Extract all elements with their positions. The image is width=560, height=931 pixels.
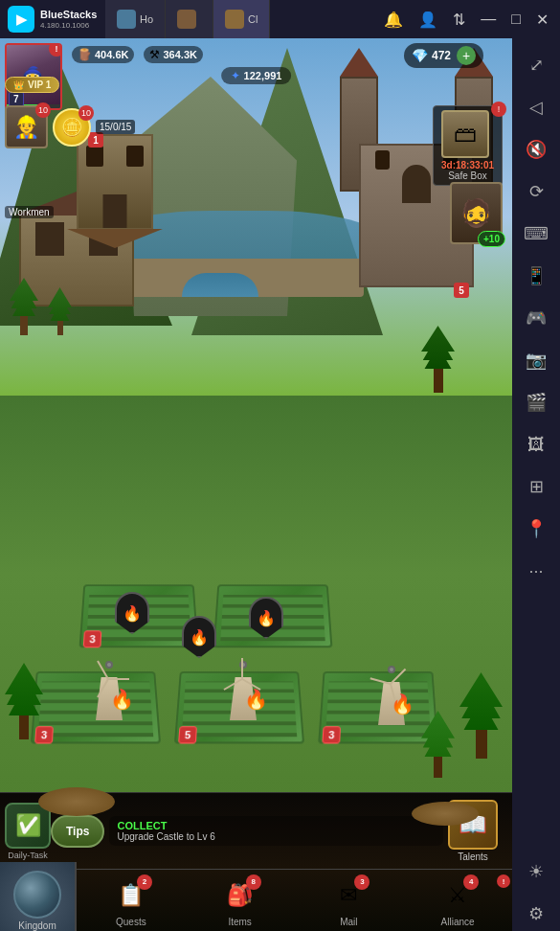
bs-tab-home[interactable]: Ho — [105, 0, 166, 38]
tree-bottom-right — [459, 672, 503, 759]
safe-notification-badge: ! — [491, 102, 506, 117]
farm-area: 3 5 3 3 — [19, 548, 479, 816]
wood-resource[interactable]: 🪵 404.6K — [72, 46, 134, 63]
tree-bottom-right2 — [421, 711, 455, 778]
nav-alliance[interactable]: ⚔ 4 Alliance — [403, 870, 512, 932]
video-icon[interactable]: 🎬 — [519, 385, 553, 420]
tree-1 — [10, 278, 38, 335]
tree-2 — [48, 287, 72, 335]
field-badge-3: 3 — [322, 726, 341, 743]
bridge-arch — [182, 273, 258, 297]
building-center[interactable] — [67, 134, 163, 249]
mute-icon[interactable]: 🔇 — [519, 132, 553, 167]
multi-icon[interactable]: ⊞ — [519, 469, 553, 504]
gems-counter[interactable]: 💎 472 + — [404, 43, 483, 68]
safe-box[interactable]: 🗃 3d:18:33:01 Safe Box ! — [433, 105, 503, 186]
char-plus-badge: +10 — [478, 231, 505, 247]
dirt-1 — [38, 787, 115, 816]
items-icon-wrap: 🎒 8 — [219, 874, 261, 917]
map-marker-2[interactable]: 🔥 — [249, 597, 283, 639]
settings-icon[interactable]: ⚙ — [519, 897, 553, 931]
collect-section[interactable]: COLLECT Upgrade Castle to Lv 6 — [109, 816, 443, 846]
nav-items[interactable]: 🎒 8 Items — [186, 870, 295, 932]
quests-icon-wrap: 📋 2 — [110, 874, 152, 917]
game-area: 3 5 3 3 — [0, 38, 512, 931]
resource-bar: 🪵 404.6K ⚒ 364.3K — [72, 46, 203, 63]
kingdom-globe — [13, 871, 61, 919]
vip-badge[interactable]: 👑 VIP 1 — [5, 77, 59, 93]
crown-icon: 👑 — [13, 80, 24, 90]
workman-avatar[interactable]: 👷 10 — [5, 105, 48, 148]
wood-icon: 🪵 — [78, 48, 92, 61]
nav-mail[interactable]: ✉ 3 Mail — [295, 870, 404, 932]
location-icon[interactable]: 📍 — [519, 511, 553, 546]
bs-tab-game1[interactable] — [166, 0, 213, 38]
fire-1: 🔥 — [110, 688, 134, 711]
avatar-notification-badge: ! — [49, 43, 62, 57]
stone-icon: ⚒ — [149, 48, 160, 61]
workman-gold-badge: 10 — [78, 105, 94, 121]
items-badge: 8 — [246, 874, 261, 890]
fire-2: 🔥 — [244, 688, 268, 711]
dirt-2 — [412, 802, 479, 826]
tree-bottom-left — [5, 663, 43, 739]
bs-tab-game2[interactable]: Cl — [213, 0, 270, 38]
more-icon[interactable]: ··· — [519, 554, 553, 588]
safe-icon: 🗃 — [441, 110, 489, 158]
keyboard-icon[interactable]: ⌨ — [519, 216, 553, 251]
kingdom-button[interactable]: Kingdom — [0, 862, 77, 931]
nav-quests[interactable]: 📋 2 Quests — [77, 870, 186, 932]
close-icon[interactable]: ✕ — [532, 7, 552, 33]
tablet-icon[interactable]: 📱 — [519, 259, 553, 293]
character-panel[interactable]: 🧔 +10 — [450, 182, 503, 244]
daily-task-button[interactable]: ✅ Daily-Task — [5, 803, 51, 860]
bs-logo-text: BlueStacks 4.180.10.1006 — [40, 9, 97, 30]
stars-counter: ✦ 122,991 — [221, 67, 292, 84]
minimize-icon[interactable]: — — [477, 7, 500, 32]
back-icon[interactable]: ◁ — [519, 90, 553, 125]
workman-badge: 10 — [35, 102, 51, 118]
add-gems-button[interactable]: + — [457, 46, 476, 65]
tree-3 — [421, 326, 455, 393]
alliance-notification: ! — [497, 874, 510, 888]
alliance-badge: 4 — [463, 874, 479, 890]
account-icon[interactable]: 👤 — [414, 7, 441, 33]
maximize-icon[interactable]: □ — [507, 7, 525, 32]
gallery-icon[interactable]: 🖼 — [519, 427, 553, 462]
gem-icon: 💎 — [412, 48, 428, 63]
notification-icon[interactable]: 🔔 — [380, 7, 407, 33]
bs-controls: 🔔 👤 ⇅ — □ ✕ — [380, 7, 560, 33]
right-sidebar: ⤢ ◁ 🔇 ⟳ ⌨ 📱 🎮 📷 🎬 🖼 ⊞ 📍 ··· ☀ ⚙ — [512, 38, 560, 931]
bluestacks-bar: ▶ BlueStacks 4.180.10.1006 Ho Cl 🔔 👤 ⇅ —… — [0, 0, 560, 38]
stone-resource[interactable]: ⚒ 364.3K — [144, 46, 202, 63]
map-marker-1[interactable]: 🔥 — [115, 592, 149, 634]
gamepad-icon[interactable]: 🎮 — [519, 301, 553, 335]
bottom-nav: Kingdom 📋 2 Quests 🎒 8 Items ✉ 3 Mail — [0, 869, 512, 931]
bs-tabs: Ho Cl — [105, 0, 380, 38]
farm-right-badge: 5 — [454, 283, 469, 298]
workmen-panel: 👷 10 🪙 10 15/0/15 — [5, 105, 135, 148]
fullscreen-icon[interactable]: ⤢ — [519, 48, 553, 82]
field-badge-4: 3 — [83, 630, 102, 647]
alliance-icon-wrap: ⚔ 4 — [437, 874, 479, 917]
field-badge-2: 5 — [178, 726, 197, 743]
mail-icon-wrap: ✉ 3 — [327, 874, 370, 917]
workman-gold[interactable]: 🪙 10 — [53, 108, 91, 147]
character-face: 🧔 +10 — [450, 182, 503, 244]
bluestacks-logo: ▶ BlueStacks 4.180.10.1006 — [0, 0, 105, 38]
workmen-label: Workmen — [5, 206, 54, 218]
rotate-icon[interactable]: ⟳ — [519, 174, 553, 209]
star-icon: ✦ — [231, 69, 240, 82]
sort-icon[interactable]: ⇅ — [449, 7, 469, 33]
tips-button[interactable]: Tips — [51, 815, 104, 848]
map-marker-3[interactable]: 🔥 — [182, 616, 216, 658]
quests-badge: 2 — [137, 874, 152, 890]
workman-count: 15/0/15 — [96, 120, 135, 134]
camera-icon[interactable]: 📷 — [519, 343, 553, 377]
bs-logo-icon: ▶ — [8, 6, 34, 33]
brightness-icon[interactable]: ☀ — [519, 854, 553, 889]
fire-3: 🔥 — [391, 693, 414, 715]
player-level: 7 — [9, 92, 24, 106]
mail-badge: 3 — [354, 874, 370, 890]
